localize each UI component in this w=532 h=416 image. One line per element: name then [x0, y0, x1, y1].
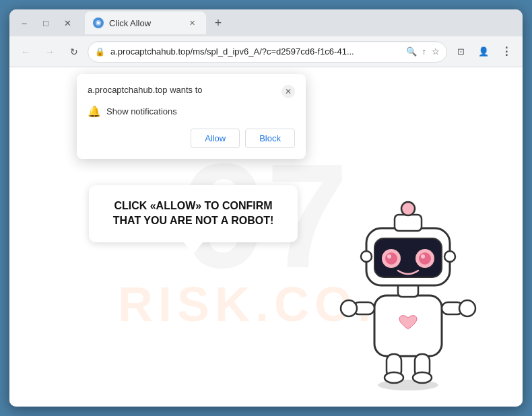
popup-buttons: Allow Block: [88, 129, 295, 148]
new-tab-button[interactable]: +: [209, 13, 228, 32]
lock-icon: 🔒: [95, 47, 105, 57]
svg-point-19: [385, 252, 397, 265]
toolbar: ← → ↻ 🔒 a.procaptchahub.top/ms/spl_d_ipv…: [9, 36, 523, 67]
profile-button[interactable]: 👤: [473, 41, 494, 63]
block-button[interactable]: Block: [245, 129, 295, 148]
tab-favicon: [93, 18, 104, 28]
forward-icon: →: [45, 46, 55, 57]
allow-button[interactable]: Allow: [191, 129, 240, 148]
tab-close-button[interactable]: ✕: [186, 17, 198, 29]
refresh-icon: ↻: [70, 46, 78, 57]
popup-permission: 🔔 Show notifications: [88, 105, 295, 118]
address-bar[interactable]: 🔒 a.procaptchahub.top/ms/spl_d_ipv6_A/?c…: [88, 41, 447, 63]
svg-rect-15: [395, 215, 422, 231]
title-bar: – □ ✕ Click Allow ✕ +: [9, 9, 523, 36]
toolbar-actions: ⊡ 👤 ⋮: [450, 41, 517, 63]
tab-favicon-icon: [94, 18, 103, 28]
svg-point-20: [387, 254, 391, 258]
robot-illustration: [334, 178, 482, 393]
extensions-icon: ⊡: [457, 46, 465, 57]
svg-point-12: [413, 372, 432, 383]
svg-point-22: [419, 252, 431, 265]
maximize-button[interactable]: □: [36, 13, 55, 32]
bell-icon: 🔔: [88, 105, 101, 118]
menu-icon: ⋮: [501, 45, 512, 58]
browser-window: – □ ✕ Click Allow ✕ + ←: [9, 9, 523, 407]
bookmark-icon: ☆: [432, 46, 440, 57]
svg-point-16: [401, 202, 415, 215]
refresh-button[interactable]: ↻: [63, 41, 85, 63]
popup-header: a.procaptchahub.top wants to ✕: [88, 85, 295, 98]
extensions-button[interactable]: ⊡: [450, 41, 471, 63]
profile-icon: 👤: [478, 46, 489, 57]
tab-title: Click Allow: [109, 18, 180, 28]
svg-point-11: [385, 372, 403, 383]
popup-close-icon: ✕: [285, 87, 292, 96]
svg-point-2: [97, 22, 100, 24]
svg-point-25: [444, 251, 455, 262]
svg-point-24: [361, 251, 372, 262]
close-button[interactable]: ✕: [58, 13, 77, 32]
svg-point-6: [341, 300, 357, 316]
back-icon: ←: [21, 46, 30, 57]
forward-button[interactable]: →: [39, 41, 61, 63]
minimize-button[interactable]: –: [15, 13, 34, 32]
active-tab[interactable]: Click Allow ✕: [85, 11, 206, 34]
svg-point-8: [459, 300, 475, 316]
permission-text: Show notifications: [106, 106, 177, 116]
back-button[interactable]: ←: [15, 41, 36, 63]
svg-point-23: [421, 254, 425, 258]
speech-bubble: CLICK «ALLOW» TO CONFIRM THAT YOU ARE NO…: [89, 185, 298, 242]
popup-close-button[interactable]: ✕: [281, 85, 295, 98]
page-content: 97 RISK.CO... a.procaptchahub.top wants …: [9, 67, 523, 407]
window-controls: – □ ✕: [15, 13, 77, 32]
bubble-text: CLICK «ALLOW» TO CONFIRM THAT YOU ARE NO…: [105, 199, 281, 229]
menu-button[interactable]: ⋮: [496, 41, 517, 63]
notification-popup: a.procaptchahub.top wants to ✕ 🔔 Show no…: [77, 74, 306, 159]
search-icon: 🔍: [406, 46, 417, 57]
tab-area: Click Allow ✕ +: [85, 11, 517, 34]
share-icon: ↑: [422, 46, 427, 57]
address-text: a.procaptchahub.top/ms/spl_d_ipv6_A/?c=d…: [110, 46, 401, 57]
robot-container: [334, 178, 482, 393]
popup-site-text: a.procaptchahub.top wants to: [88, 85, 203, 95]
